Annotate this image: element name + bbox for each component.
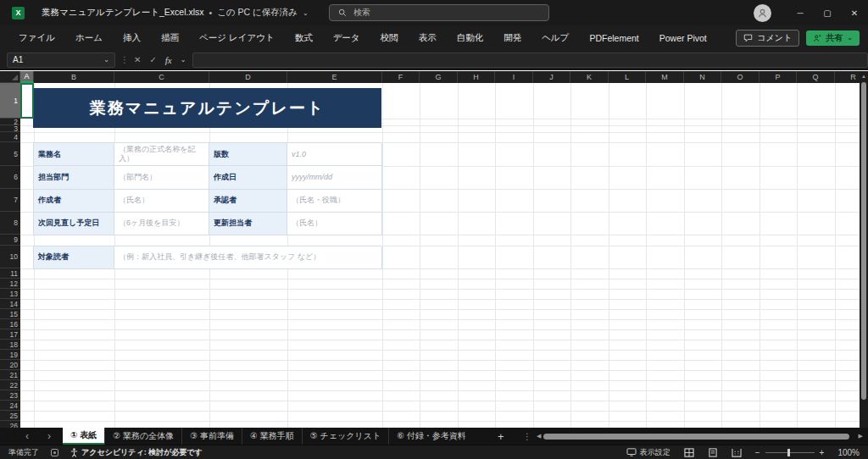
ribbon-tab-12[interactable]: PDFelement <box>579 29 648 47</box>
row-header-12[interactable]: 12 <box>0 279 20 289</box>
field-label[interactable]: 担当部門 <box>34 166 114 189</box>
field-value[interactable]: v1.0 <box>287 143 382 166</box>
field-value[interactable]: yyyy/mm/dd <box>287 166 382 189</box>
field-value[interactable]: （氏名・役職） <box>287 190 382 213</box>
scroll-left-icon[interactable]: ◀ <box>537 433 541 440</box>
minimize-button[interactable]: ─ <box>787 0 814 25</box>
ribbon-tab-1[interactable]: ホーム <box>65 28 113 48</box>
row-header-22[interactable]: 22 <box>0 380 20 390</box>
sheet-tab-6[interactable]: ⑥ 付録・参考資料 <box>388 428 474 445</box>
macro-record-button[interactable] <box>51 449 58 456</box>
ribbon-tab-7[interactable]: 校閲 <box>370 28 409 48</box>
ribbon-tab-6[interactable]: データ <box>323 28 370 48</box>
field-label[interactable]: 作成日 <box>209 166 287 189</box>
sheet-tab-5[interactable]: ⑤ チェックリスト <box>302 428 388 445</box>
zoom-out-button[interactable]: − <box>755 448 760 457</box>
column-header-B[interactable]: B <box>34 71 114 83</box>
field-label[interactable]: 作成者 <box>34 190 114 213</box>
ribbon-tab-3[interactable]: 描画 <box>151 28 189 48</box>
column-header-K[interactable]: K <box>570 71 609 83</box>
close-button[interactable]: ✕ <box>841 0 868 25</box>
ribbon-tab-8[interactable]: 表示 <box>409 28 447 48</box>
ribbon-tab-11[interactable]: ヘルプ <box>531 28 579 48</box>
zoom-slider-thumb[interactable] <box>787 449 790 456</box>
page-layout-view-icon[interactable] <box>708 448 718 457</box>
field-value[interactable]: （6ヶ月後を目安） <box>114 213 209 235</box>
scroll-up-icon[interactable]: ▲ <box>860 71 868 81</box>
row-header-6[interactable]: 6 <box>0 166 20 189</box>
comments-button[interactable]: コメント <box>736 30 799 47</box>
ribbon-tab-10[interactable]: 開発 <box>493 28 531 48</box>
row-header-16[interactable]: 16 <box>0 319 20 329</box>
normal-view-icon[interactable] <box>684 448 694 457</box>
add-sheet-button[interactable]: + <box>486 428 516 445</box>
row-header-20[interactable]: 20 <box>0 360 20 370</box>
page-break-view-icon[interactable] <box>732 448 742 457</box>
sheet-tab-options-icon[interactable]: ⋮ <box>518 428 537 445</box>
column-header-A[interactable]: A <box>20 71 34 83</box>
column-header-M[interactable]: M <box>646 71 684 83</box>
row-header-11[interactable]: 11 <box>0 268 20 279</box>
zoom-slider[interactable] <box>765 452 815 453</box>
row-header-5[interactable]: 5 <box>0 142 20 166</box>
column-header-Q[interactable]: Q <box>797 71 835 83</box>
user-avatar[interactable] <box>754 4 771 22</box>
horizontal-scrollbar-track[interactable] <box>543 434 855 440</box>
selected-cell-a1[interactable] <box>20 83 34 119</box>
select-all-corner[interactable] <box>0 71 20 83</box>
row-header-26[interactable]: 26 <box>0 421 20 428</box>
horizontal-scrollbar-thumb[interactable] <box>543 434 849 440</box>
field-value[interactable]: （氏名） <box>287 213 382 235</box>
vertical-scrollbar[interactable]: ▲ <box>860 71 868 428</box>
field-value[interactable]: （部門名） <box>114 166 209 189</box>
ribbon-tab-9[interactable]: 自動化 <box>447 28 494 48</box>
field-label[interactable]: 版数 <box>209 143 287 166</box>
row-header-8[interactable]: 8 <box>0 212 20 235</box>
row-header-3[interactable]: 3 <box>0 125 20 132</box>
column-header-I[interactable]: I <box>495 71 533 83</box>
ribbon-tab-4[interactable]: ページ レイアウト <box>189 28 285 48</box>
zoom-level[interactable]: 100% <box>837 448 860 457</box>
enter-formula-icon[interactable]: ✓ <box>149 55 156 64</box>
row-header-1[interactable]: 1 <box>0 83 20 119</box>
display-settings-button[interactable]: 表示設定 <box>626 447 670 458</box>
name-box[interactable]: A1 ⌄ <box>7 53 115 68</box>
column-header-O[interactable]: O <box>721 71 760 83</box>
column-header-E[interactable]: E <box>287 71 382 83</box>
field-value[interactable]: （氏名） <box>114 190 209 213</box>
sheet-tab-3[interactable]: ③ 事前準備 <box>181 428 242 445</box>
ribbon-tab-5[interactable]: 数式 <box>285 28 323 48</box>
fx-chevron-icon[interactable]: ⌄ <box>181 56 186 64</box>
sheet-tab-1[interactable]: ① 表紙 <box>63 428 104 445</box>
column-header-G[interactable]: G <box>420 71 458 83</box>
scroll-right-icon[interactable]: ▶ <box>859 433 863 440</box>
row-header-21[interactable]: 21 <box>0 370 20 380</box>
field-label[interactable]: 更新担当者 <box>209 213 287 235</box>
search-input[interactable]: 検索 <box>329 4 549 21</box>
zoom-in-button[interactable]: + <box>820 448 825 457</box>
ribbon-tab-2[interactable]: 挿入 <box>113 28 151 48</box>
cancel-formula-icon[interactable]: ✕ <box>134 55 141 64</box>
field-value[interactable]: （例：新入社員、引き継ぎ後任者、他部署スタッフ など） <box>114 246 382 269</box>
field-label[interactable]: 業務名 <box>34 143 114 166</box>
spreadsheet-grid[interactable]: 業務マニュアルテンプレート 業務名 （業務の正式名称を記入） 版数 v1.0 担… <box>20 83 860 428</box>
column-header-L[interactable]: L <box>609 71 646 83</box>
row-header-24[interactable]: 24 <box>0 401 20 411</box>
column-header-N[interactable]: N <box>684 71 721 83</box>
row-header-17[interactable]: 17 <box>0 329 20 340</box>
row-header-4[interactable]: 4 <box>0 132 20 142</box>
horizontal-scrollbar[interactable]: ◀ ▶ <box>537 428 863 445</box>
field-label[interactable]: 次回見直し予定日 <box>34 213 114 235</box>
row-header-18[interactable]: 18 <box>0 340 20 350</box>
column-header-D[interactable]: D <box>209 71 287 83</box>
row-header-23[interactable]: 23 <box>0 390 20 401</box>
column-header-H[interactable]: H <box>458 71 495 83</box>
name-box-chevron-icon[interactable]: ⌄ <box>103 56 109 64</box>
column-header-R[interactable]: R <box>835 71 860 83</box>
field-value[interactable]: （業務の正式名称を記入） <box>114 143 209 166</box>
row-header-15[interactable]: 15 <box>0 309 20 319</box>
banner-title-cell[interactable]: 業務マニュアルテンプレート <box>33 88 381 128</box>
row-header-19[interactable]: 19 <box>0 350 20 360</box>
field-label[interactable]: 対象読者 <box>34 246 114 269</box>
formula-input[interactable] <box>192 53 868 68</box>
